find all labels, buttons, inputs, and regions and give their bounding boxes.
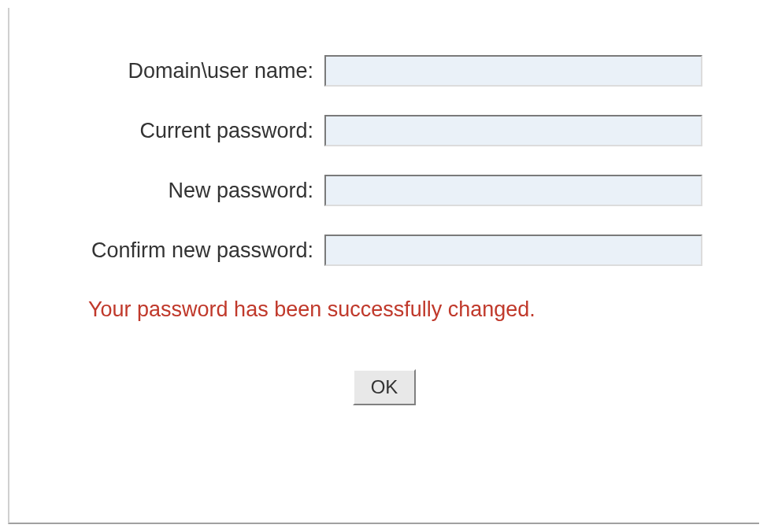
- username-label: Domain\user name:: [9, 59, 324, 83]
- password-change-dialog: Domain\user name: Current password: New …: [8, 8, 759, 524]
- ok-button[interactable]: OK: [353, 369, 416, 405]
- new-password-input[interactable]: [324, 175, 702, 206]
- status-message: Your password has been successfully chan…: [88, 297, 759, 322]
- current-password-input[interactable]: [324, 115, 702, 146]
- current-password-row: Current password:: [9, 115, 759, 146]
- new-password-row: New password:: [9, 175, 759, 206]
- new-password-label: New password:: [9, 179, 324, 203]
- confirm-password-label: Confirm new password:: [9, 238, 324, 263]
- confirm-password-row: Confirm new password:: [9, 235, 759, 266]
- button-row: OK: [9, 369, 759, 405]
- username-input[interactable]: [324, 55, 702, 87]
- username-row: Domain\user name:: [9, 55, 759, 87]
- current-password-label: Current password:: [9, 119, 324, 143]
- confirm-password-input[interactable]: [324, 235, 702, 266]
